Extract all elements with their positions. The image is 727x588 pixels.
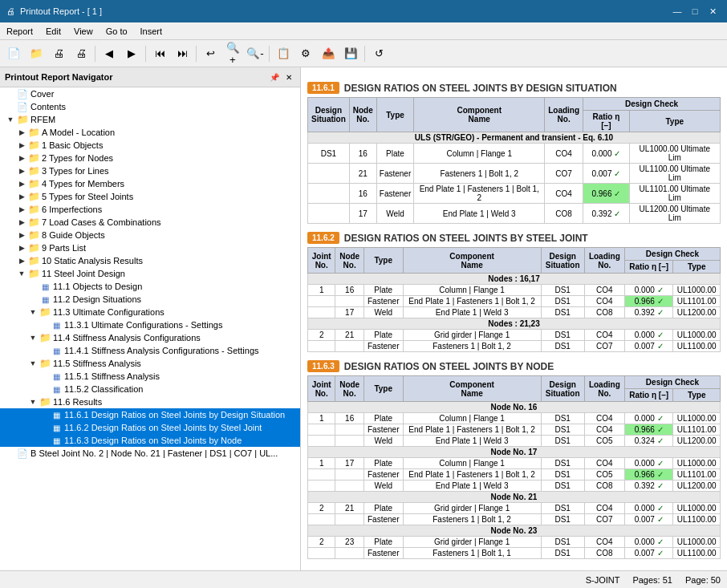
tree-item-11-6[interactable]: ▼ 📁 11.6 Results: [0, 395, 300, 408]
tb-export[interactable]: ↩: [200, 43, 221, 64]
expand-7[interactable]: ▶: [16, 217, 27, 228]
tb-save[interactable]: 💾: [340, 43, 361, 64]
tree-item-1[interactable]: ▶ 📁 1 Basic Objects: [0, 139, 300, 152]
tb-export2[interactable]: 📤: [318, 43, 339, 64]
tb-prev[interactable]: ◀: [99, 43, 120, 64]
expand-11-4-1: [39, 345, 50, 356]
expand-11-3[interactable]: ▼: [27, 306, 39, 318]
close-button[interactable]: ✕: [705, 3, 721, 19]
contents-icon: 📄: [16, 101, 29, 112]
tree-item-11-3-1[interactable]: ▦ 11.3.1 Ultimate Configurations - Setti…: [0, 318, 300, 331]
expand-a-model[interactable]: ▶: [16, 127, 27, 138]
tree-item-b[interactable]: 📄 B Steel Joint No. 2 | Node No. 21 | Fa…: [0, 447, 300, 460]
tree-item-11-3[interactable]: ▼ 📁 11.3 Ultimate Configurations: [0, 306, 300, 318]
tree-item-11-5-1[interactable]: ▦ 11.5.1 Stiffness Analysis: [0, 370, 300, 383]
tree-item-11-4-1[interactable]: ▦ 11.4.1 Stiffness Analysis Configuratio…: [0, 344, 300, 357]
expand-9[interactable]: ▶: [16, 242, 27, 253]
node-cell: 21: [335, 330, 364, 341]
expand-rfem[interactable]: ▼: [5, 114, 16, 125]
tree-item-11-1[interactable]: ▦ 11.1 Objects to Design: [0, 280, 300, 293]
tb-zoom-in[interactable]: 🔍+: [222, 43, 243, 64]
tb-zoom-out[interactable]: 🔍-: [245, 43, 266, 64]
tb-new[interactable]: 📄: [3, 43, 24, 64]
tree-item-3[interactable]: ▶ 📁 3 Types for Lines: [0, 164, 300, 177]
tree-item-11-2[interactable]: ▦ 11.2 Design Situations: [0, 293, 300, 306]
ds-cell: DS1: [541, 424, 584, 436]
tree-item-11[interactable]: ▼ 📁 11 Steel Joint Design: [0, 267, 300, 280]
content-area[interactable]: 11.6.1 DESIGN RATIOS ON STEEL JOINTS BY …: [301, 67, 727, 570]
tree-item-5[interactable]: ▶ 📁 5 Types for Steel Joints: [0, 190, 300, 203]
item6-label: 6 Imperfections: [42, 205, 102, 214]
tb-print2[interactable]: 🖨: [71, 43, 91, 64]
tb-open[interactable]: 📁: [26, 43, 47, 64]
title-bar: 🖨 Printout Report - [ 1 ] — □ ✕: [0, 0, 727, 22]
section-title-11-6-2: DESIGN RATIOS ON STEEL JOINTS BY STEEL J…: [344, 233, 588, 244]
item1-label: 1 Basic Objects: [42, 140, 103, 150]
tree-item-11-5-2[interactable]: ▦ 11.5.2 Classification: [0, 383, 300, 395]
expand-11-5-1: [39, 371, 50, 382]
menu-insert[interactable]: Insert: [134, 25, 169, 38]
tree-item-cover[interactable]: 📄 Cover: [0, 87, 300, 100]
minimize-button[interactable]: —: [669, 3, 685, 19]
component-cell: End Plate 1 | Weld 3: [403, 436, 541, 447]
menu-view[interactable]: View: [67, 25, 100, 38]
tree-item-10[interactable]: ▶ 📁 10 Static Analysis Results: [0, 254, 300, 267]
expand-6[interactable]: ▶: [16, 204, 27, 215]
expand-4[interactable]: ▶: [16, 178, 27, 189]
expand-11-4[interactable]: ▼: [27, 332, 39, 343]
tree-item-rfem[interactable]: ▼ 📁 RFEM: [0, 113, 300, 126]
expand-8[interactable]: ▶: [16, 229, 27, 241]
tb-page[interactable]: 📋: [273, 43, 294, 64]
menu-report[interactable]: Report: [0, 25, 39, 38]
tb-print[interactable]: 🖨: [48, 43, 69, 64]
type-cell: Weld: [364, 436, 403, 447]
loading-cell: CO4: [584, 537, 624, 548]
span-row-nodes-2123: Nodes : 21,23: [308, 318, 721, 330]
joint-cell: [308, 436, 335, 447]
expand-11-5[interactable]: ▼: [27, 358, 39, 369]
loading-cell: CO4: [584, 296, 624, 307]
tree-item-2[interactable]: ▶ 📁 2 Types for Nodes: [0, 152, 300, 164]
tree-item-11-5[interactable]: ▼ 📁 11.5 Stiffness Analysis: [0, 357, 300, 370]
tb-settings[interactable]: ⚙: [295, 43, 316, 64]
tree-item-8[interactable]: ▶ 📁 8 Guide Objects: [0, 229, 300, 241]
tb-refresh[interactable]: ↺: [368, 43, 389, 64]
ratio-cell: 0.000 ✓: [624, 537, 673, 548]
component-cell: End Plate 1 | Fasteners 1 | Bolt 1, 2: [414, 184, 545, 204]
menu-goto[interactable]: Go to: [100, 25, 134, 38]
expand-10[interactable]: ▶: [16, 255, 27, 266]
maximize-button[interactable]: □: [687, 3, 703, 19]
title-bar-title: Printout Report - [ 1 ]: [20, 6, 102, 16]
type2-cell: UL1200.00: [673, 481, 721, 492]
tree-item-contents[interactable]: 📄 Contents: [0, 100, 300, 113]
tree-item-7[interactable]: ▶ 📁 7 Load Cases & Combinations: [0, 216, 300, 229]
tree-item-11-6-3[interactable]: ▦ 11.6.3 Design Ratios on Steel Joints b…: [0, 434, 300, 447]
tb-first[interactable]: ⏮: [149, 43, 170, 64]
sidebar-pin-button[interactable]: 📌: [268, 71, 281, 83]
menu-edit[interactable]: Edit: [39, 25, 67, 38]
tree-item-11-6-2[interactable]: ▦ 11.6.2 Design Ratios on Steel Joints b…: [0, 421, 300, 434]
ratio-cell: 0.000 ✓: [624, 330, 673, 341]
sidebar-close-button[interactable]: ✕: [282, 71, 295, 83]
tree-item-a-model[interactable]: ▶ 📁 A Model - Location: [0, 126, 300, 139]
expand-2[interactable]: ▶: [16, 152, 27, 164]
tree-item-11-6-1[interactable]: ▦ 11.6.1 Design Ratios on Steel Joints b…: [0, 408, 300, 421]
component-cell: Grid girder | Flange 1: [403, 537, 541, 548]
rfem-folder-icon: 📁: [16, 114, 29, 125]
expand-11[interactable]: ▼: [16, 268, 27, 279]
expand-11-6[interactable]: ▼: [27, 396, 39, 408]
tree-item-9[interactable]: ▶ 📁 9 Parts List: [0, 241, 300, 254]
th-joint-no-3: JointNo.: [308, 376, 335, 402]
type-cell: Weld: [376, 204, 413, 224]
expand-3[interactable]: ▶: [16, 165, 27, 176]
tb-next[interactable]: ▶: [121, 43, 142, 64]
tree-item-6[interactable]: ▶ 📁 6 Imperfections: [0, 203, 300, 216]
expand-11-2: [27, 294, 39, 305]
expand-5[interactable]: ▶: [16, 191, 27, 202]
th-node-no-3: NodeNo.: [335, 376, 364, 402]
tree-item-11-4[interactable]: ▼ 📁 11.4 Stiffness Analysis Configuratio…: [0, 331, 300, 344]
tree-item-4[interactable]: ▶ 📁 4 Types for Members: [0, 177, 300, 190]
item11-4-1-icon: ▦: [50, 345, 63, 356]
tb-last[interactable]: ⏭: [172, 43, 193, 64]
expand-1[interactable]: ▶: [16, 140, 27, 151]
